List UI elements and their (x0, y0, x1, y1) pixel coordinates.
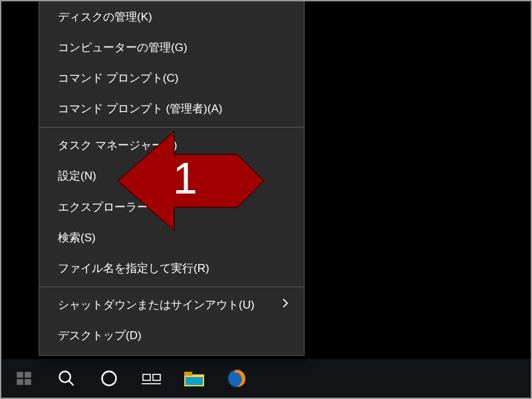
menu-item-computer-management[interactable]: コンピューターの管理(G) (39, 33, 304, 63)
menu-separator (39, 127, 304, 128)
search-button[interactable] (47, 359, 86, 398)
firefox-button[interactable] (217, 359, 257, 398)
menu-item-run[interactable]: ファイル名を指定して実行(R) (39, 253, 304, 284)
task-view-icon (142, 370, 162, 386)
file-explorer-button[interactable] (174, 359, 214, 398)
menu-item-label: エクスプローラー (58, 201, 148, 213)
file-explorer-icon (183, 369, 205, 388)
firefox-icon (226, 368, 247, 389)
menu-item-label: デスクトップ(D) (58, 329, 142, 342)
svg-rect-11 (184, 372, 192, 376)
menu-item-label: コマンド プロンプト(C) (58, 72, 178, 84)
svg-point-6 (102, 372, 116, 386)
menu-item-command-prompt[interactable]: コマンド プロンプト(C) (39, 63, 304, 94)
menu-item-command-prompt-admin[interactable]: コマンド プロンプト (管理者)(A) (39, 94, 304, 124)
menu-item-label: コンピューターの管理(G) (58, 41, 188, 54)
menu-item-task-manager[interactable]: タスク マネージャー(T) (39, 130, 304, 161)
cortana-icon (100, 369, 118, 388)
menu-item-search[interactable]: 検索(S) (39, 223, 304, 253)
menu-item-label: 検索(S) (58, 231, 96, 244)
menu-separator (39, 287, 304, 287)
svg-rect-0 (17, 372, 23, 378)
menu-item-settings[interactable]: 設定(N) (39, 161, 304, 192)
svg-rect-12 (186, 377, 203, 385)
svg-point-4 (60, 372, 70, 382)
svg-rect-1 (25, 372, 31, 378)
menu-item-disk-management[interactable]: ディスクの管理(K) (39, 2, 304, 33)
menu-item-explorer[interactable]: エクスプローラー (39, 192, 304, 223)
menu-item-label: コマンド プロンプト (管理者)(A) (58, 102, 222, 115)
windows-icon (15, 370, 33, 387)
search-icon (57, 369, 76, 388)
menu-item-label: シャットダウンまたはサインアウト(U) (58, 299, 255, 311)
taskbar (1, 359, 531, 398)
start-button[interactable] (4, 359, 44, 398)
svg-rect-2 (17, 379, 23, 385)
menu-item-desktop[interactable]: デスクトップ(D) (39, 321, 304, 351)
menu-item-shutdown-signout[interactable]: シャットダウンまたはサインアウト(U) (39, 290, 304, 321)
menu-item-label: ディスクの管理(K) (58, 11, 152, 23)
task-view-button[interactable] (132, 359, 172, 398)
svg-rect-8 (153, 374, 160, 380)
svg-rect-7 (143, 374, 150, 380)
menu-item-label: 設定(N) (58, 170, 96, 182)
cortana-button[interactable] (89, 359, 129, 398)
menu-item-label: タスク マネージャー(T) (58, 139, 177, 152)
desktop-background: ディスクの管理(K) コンピューターの管理(G) コマンド プロンプト(C) コ… (1, 1, 531, 398)
svg-line-5 (69, 381, 74, 386)
chevron-right-icon (281, 298, 289, 313)
winx-context-menu: ディスクの管理(K) コンピューターの管理(G) コマンド プロンプト(C) コ… (39, 0, 305, 356)
menu-item-label: ファイル名を指定して実行(R) (58, 262, 209, 275)
svg-rect-3 (25, 379, 31, 385)
